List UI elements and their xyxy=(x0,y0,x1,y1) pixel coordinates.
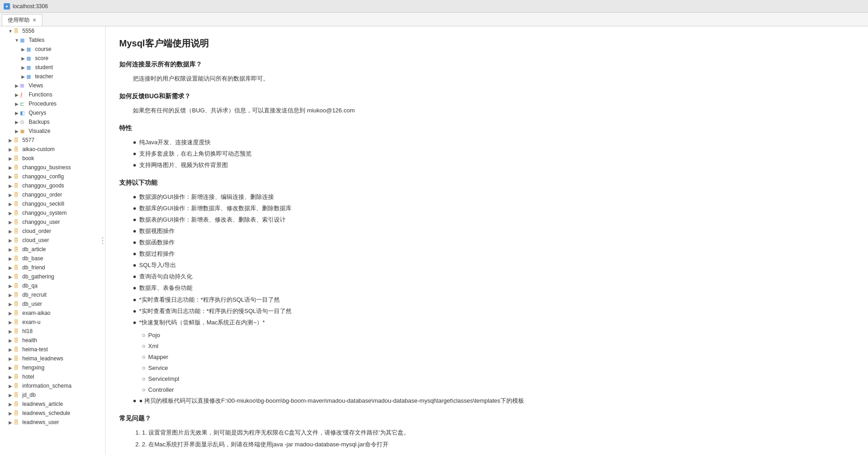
arrow-icon: ▶ xyxy=(7,138,14,143)
functions-list: 数据源的GUI操作：新增连接、编辑连接、删除连接 数据库的GUI操作：新增数据库… xyxy=(133,192,854,328)
func-item-1: 数据源的GUI操作：新增连接、编辑连接、删除连接 xyxy=(133,192,854,202)
sidebar-item-changgou-user[interactable]: ▶ 🗄 changgou_user xyxy=(0,217,105,227)
sidebar-item-db-recruit[interactable]: ▶ 🗄 db_recruit xyxy=(0,290,105,299)
sidebar-item-label: cloud_order xyxy=(22,228,105,234)
sidebar-item-aikao-custom[interactable]: ▶ 🗄 aikao-custom xyxy=(0,145,105,154)
arrow-icon: ▶ xyxy=(7,347,14,352)
arrow-icon: ▶ xyxy=(7,220,14,225)
sidebar-item-course[interactable]: ▶ ▦ course xyxy=(0,45,105,54)
sidebar-item-backups[interactable]: ▶ ⊙ Backups xyxy=(0,117,105,126)
sidebar-item-changgou-goods[interactable]: ▶ 🗄 changgou_goods xyxy=(0,181,105,190)
sidebar-item-information-schema[interactable]: ▶ 🗄 information_schema xyxy=(0,381,105,390)
sidebar-item-label: db_qa xyxy=(22,283,105,289)
sidebar-item-student[interactable]: ▶ ▦ student xyxy=(0,63,105,72)
table-icon: ▦ xyxy=(26,74,34,79)
sidebar-item-cloud-order[interactable]: ▶ 🗄 cloud_order xyxy=(0,227,105,236)
sidebar-item-querys[interactable]: ▶ ◧ Querys xyxy=(0,108,105,117)
arrow-icon: ▶ xyxy=(7,265,14,270)
sidebar-item-leadnews-user[interactable]: ▶ 🗄 leadnews_user xyxy=(0,418,105,427)
sidebar-item-changgou-seckill[interactable]: ▶ 🗄 changgou_seckill xyxy=(0,199,105,208)
page-title: Mysql客户端使用说明 xyxy=(119,35,854,51)
arrow-icon: ▶ xyxy=(20,56,26,61)
sidebar-item-db-qa[interactable]: ▶ 🗄 db_qa xyxy=(0,281,105,290)
arrow-icon: ▶ xyxy=(7,338,14,343)
arrow-icon: ▶ xyxy=(14,83,20,88)
sidebar-item-heima-leadnews[interactable]: ▶ 🗄 heima_leadnews xyxy=(0,354,105,363)
section-para-connect: 把连接时的用户权限设置能访问所有的数据库即可。 xyxy=(133,74,854,84)
arrow-icon: ▶ xyxy=(7,329,14,334)
subitem-mapper: Mapper xyxy=(142,352,854,362)
sidebar-item-hengxing[interactable]: ▶ 🗄 hengxing xyxy=(0,363,105,372)
sidebar-item-book[interactable]: ▶ 🗄 book xyxy=(0,154,105,163)
sidebar-item-label: book xyxy=(22,155,105,162)
sidebar-item-leadnews-schedule[interactable]: ▶ 🗄 leadnews_schedule xyxy=(0,409,105,418)
sidebar-item-db-user[interactable]: ▶ 🗄 db_user xyxy=(0,299,105,308)
arrow-icon: ▶ xyxy=(7,247,14,252)
section-heading-connect: 如何连接显示所有的数据库？ xyxy=(119,59,854,70)
sidebar-item-db-base[interactable]: ▶ 🗄 db_base xyxy=(0,254,105,263)
db-icon: 🗄 xyxy=(14,165,21,170)
sidebar-item-heima-test[interactable]: ▶ 🗄 heima-test xyxy=(0,345,105,354)
tab-help[interactable]: 使用帮助 ✕ xyxy=(2,14,42,26)
db-icon: 🗄 xyxy=(14,329,21,334)
db-icon: 🗄 xyxy=(14,156,21,161)
arrow-icon: ▶ xyxy=(7,174,14,179)
sidebar-item-hl18[interactable]: ▶ 🗄 hl18 xyxy=(0,327,105,336)
address-bar[interactable]: localhost:3306 xyxy=(13,3,48,10)
arrow-icon: ▶ xyxy=(7,302,14,307)
sidebar-item-changgou-config[interactable]: ▶ 🗄 changgou_config xyxy=(0,172,105,181)
sidebar-item-label: exam-u xyxy=(22,319,105,325)
sidebar-item-label: Tables xyxy=(29,37,105,43)
db-icon: 🗄 xyxy=(14,183,21,188)
sidebar-item-score[interactable]: ▶ ▦ score xyxy=(0,54,105,63)
arrow-icon: ▶ xyxy=(7,420,14,425)
sidebar-item-changgou-business[interactable]: ▶ 🗄 changgou_business xyxy=(0,163,105,172)
db-icon: 🗄 xyxy=(14,219,21,225)
backup-icon: ⊙ xyxy=(20,119,27,125)
sidebar-item-teacher[interactable]: ▶ ▦ teacher xyxy=(0,72,105,81)
sidebar-item-db-friend[interactable]: ▶ 🗄 db_friend xyxy=(0,263,105,272)
db-icon: 🗄 xyxy=(14,201,21,207)
sidebar-item-5556[interactable]: ▼ 🗄 5556 xyxy=(0,26,105,35)
sidebar-item-label: hengxing xyxy=(22,364,105,371)
tab-close-button[interactable]: ✕ xyxy=(32,17,36,23)
arrow-icon: ▶ xyxy=(7,384,14,389)
arrow-icon: ▶ xyxy=(7,183,14,188)
db-icon: 🗄 xyxy=(14,392,21,398)
db-icon: 🗄 xyxy=(14,338,21,343)
sidebar-item-label: 5577 xyxy=(22,137,105,143)
sidebar-item-hotel[interactable]: ▶ 🗄 hotel xyxy=(0,372,105,381)
sidebar-item-label: changgou_order xyxy=(22,192,105,198)
sidebar-item-label: health xyxy=(22,337,105,344)
sidebar-item-views[interactable]: ▶ ⊞ Views xyxy=(0,81,105,90)
sidebar-resize-handle[interactable] xyxy=(100,236,105,246)
sidebar-item-label: db_article xyxy=(22,246,105,253)
sidebar-item-functions[interactable]: ▶ ⨍ Functions xyxy=(0,90,105,99)
sidebar-item-tables[interactable]: ▼ ▦ Tables xyxy=(0,35,105,45)
sidebar-item-procedures[interactable]: ▶ ⊏ Procedures xyxy=(0,99,105,108)
sidebar-item-exam-u[interactable]: ▶ 🗄 exam-u xyxy=(0,318,105,327)
sidebar-item-changgou-order[interactable]: ▶ 🗄 changgou_order xyxy=(0,190,105,199)
sidebar-item-label: changgou_system xyxy=(22,210,105,216)
sidebar-item-changgou-system[interactable]: ▶ 🗄 changgou_system xyxy=(0,208,105,217)
view-icon: ⊞ xyxy=(20,83,27,88)
arrow-icon: ▶ xyxy=(7,256,14,261)
sidebar-item-label: score xyxy=(35,55,105,61)
sidebar-item-5577[interactable]: ▶ 🗄 5577 xyxy=(0,136,105,145)
sidebar-item-label: student xyxy=(35,64,105,71)
sidebar-item-label: jd_db xyxy=(22,392,105,398)
sidebar-item-visualize[interactable]: ▶ ▣ Visualize xyxy=(0,126,105,136)
sidebar-item-db-article[interactable]: ▶ 🗄 db_article xyxy=(0,245,105,254)
sidebar-item-exam-aikao[interactable]: ▶ 🗄 exam-aikao xyxy=(0,308,105,318)
sidebar-item-db-gathering[interactable]: ▶ 🗄 db_gathering xyxy=(0,272,105,281)
sidebar-item-leadnews-article[interactable]: ▶ 🗄 leadnews_article xyxy=(0,399,105,409)
sidebar-item-jd-db[interactable]: ▶ 🗄 jd_db xyxy=(0,390,105,399)
sidebar: ▼ 🗄 5556 ▼ ▦ Tables ▶ ▦ course ▶ ▦ score… xyxy=(0,26,106,455)
func-item-9: 数据库、表备份功能 xyxy=(133,283,854,293)
db-icon: 🗄 xyxy=(14,365,21,370)
sidebar-item-cloud-user[interactable]: ▶ 🗄 cloud_user xyxy=(0,236,105,245)
db-icon: 🗄 xyxy=(14,274,21,279)
sidebar-item-health[interactable]: ▶ 🗄 health xyxy=(0,336,105,345)
feature-item-3: 支持网络图片、视频为软件背景图 xyxy=(133,160,854,170)
arrow-icon: ▶ xyxy=(7,293,14,298)
